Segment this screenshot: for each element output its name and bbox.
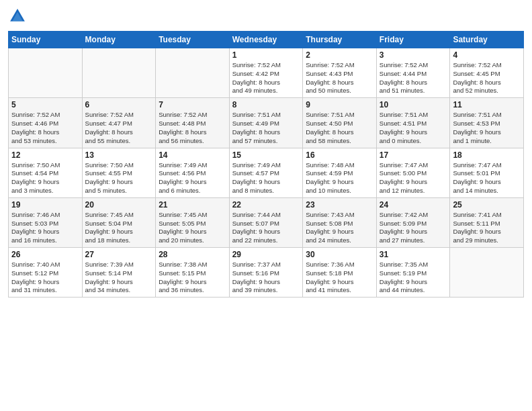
day-number: 26: [11, 250, 79, 259]
week-row-1: 1Sunrise: 7:52 AM Sunset: 4:42 PM Daylig…: [9, 48, 524, 98]
calendar-cell: [450, 248, 524, 298]
calendar-cell: 7Sunrise: 7:52 AM Sunset: 4:48 PM Daylig…: [156, 98, 230, 148]
day-info: Sunrise: 7:37 AM Sunset: 5:16 PM Dayligh…: [232, 261, 300, 295]
calendar-cell: 6Sunrise: 7:52 AM Sunset: 4:47 PM Daylig…: [82, 98, 156, 148]
day-info: Sunrise: 7:50 AM Sunset: 4:55 PM Dayligh…: [85, 161, 153, 195]
day-number: 10: [380, 100, 447, 109]
weekday-header-friday: Friday: [376, 32, 450, 48]
day-number: 31: [380, 250, 447, 259]
calendar: SundayMondayTuesdayWednesdayThursdayFrid…: [8, 31, 524, 298]
weekday-header-sunday: Sunday: [9, 32, 83, 48]
calendar-cell: 14Sunrise: 7:49 AM Sunset: 4:56 PM Dayli…: [156, 148, 230, 197]
day-number: 12: [11, 150, 79, 160]
day-number: 5: [11, 100, 79, 109]
week-row-3: 12Sunrise: 7:50 AM Sunset: 4:54 PM Dayli…: [9, 148, 524, 197]
day-number: 25: [453, 200, 521, 210]
day-number: 6: [85, 100, 153, 109]
day-info: Sunrise: 7:52 AM Sunset: 4:44 PM Dayligh…: [380, 61, 447, 95]
calendar-cell: 20Sunrise: 7:45 AM Sunset: 5:04 PM Dayli…: [82, 197, 156, 247]
day-number: 16: [306, 150, 373, 160]
calendar-cell: 19Sunrise: 7:46 AM Sunset: 5:03 PM Dayli…: [9, 197, 83, 247]
calendar-cell: 25Sunrise: 7:41 AM Sunset: 5:11 PM Dayli…: [450, 197, 524, 247]
day-info: Sunrise: 7:52 AM Sunset: 4:47 PM Dayligh…: [85, 111, 153, 145]
day-info: Sunrise: 7:51 AM Sunset: 4:49 PM Dayligh…: [232, 111, 300, 145]
calendar-cell: 30Sunrise: 7:36 AM Sunset: 5:18 PM Dayli…: [303, 248, 377, 298]
calendar-cell: 16Sunrise: 7:48 AM Sunset: 4:59 PM Dayli…: [303, 148, 377, 197]
day-info: Sunrise: 7:50 AM Sunset: 4:54 PM Dayligh…: [11, 161, 79, 195]
day-info: Sunrise: 7:48 AM Sunset: 4:59 PM Dayligh…: [306, 161, 373, 195]
calendar-cell: 11Sunrise: 7:51 AM Sunset: 4:53 PM Dayli…: [450, 98, 524, 148]
calendar-cell: [9, 48, 83, 98]
day-info: Sunrise: 7:51 AM Sunset: 4:51 PM Dayligh…: [380, 111, 447, 145]
calendar-cell: 12Sunrise: 7:50 AM Sunset: 4:54 PM Dayli…: [9, 148, 83, 197]
calendar-cell: [156, 48, 230, 98]
day-info: Sunrise: 7:40 AM Sunset: 5:12 PM Dayligh…: [11, 261, 79, 295]
day-info: Sunrise: 7:45 AM Sunset: 5:05 PM Dayligh…: [159, 211, 226, 245]
calendar-cell: 27Sunrise: 7:39 AM Sunset: 5:14 PM Dayli…: [82, 248, 156, 298]
day-number: 27: [85, 250, 153, 259]
calendar-cell: 31Sunrise: 7:35 AM Sunset: 5:19 PM Dayli…: [376, 248, 450, 298]
day-info: Sunrise: 7:46 AM Sunset: 5:03 PM Dayligh…: [11, 211, 79, 245]
day-info: Sunrise: 7:41 AM Sunset: 5:11 PM Dayligh…: [453, 211, 521, 245]
day-number: 7: [159, 100, 226, 109]
calendar-cell: 13Sunrise: 7:50 AM Sunset: 4:55 PM Dayli…: [82, 148, 156, 197]
day-info: Sunrise: 7:43 AM Sunset: 5:08 PM Dayligh…: [306, 211, 373, 245]
weekday-header-wednesday: Wednesday: [229, 32, 303, 48]
calendar-cell: 9Sunrise: 7:51 AM Sunset: 4:50 PM Daylig…: [303, 98, 377, 148]
calendar-cell: 4Sunrise: 7:52 AM Sunset: 4:45 PM Daylig…: [450, 48, 524, 98]
day-number: 11: [453, 100, 521, 109]
day-number: 15: [232, 150, 300, 160]
page: SundayMondayTuesdayWednesdayThursdayFrid…: [0, 0, 532, 411]
calendar-cell: 8Sunrise: 7:51 AM Sunset: 4:49 PM Daylig…: [229, 98, 303, 148]
header: [8, 7, 524, 26]
day-info: Sunrise: 7:36 AM Sunset: 5:18 PM Dayligh…: [306, 261, 373, 295]
day-number: 13: [85, 150, 153, 160]
day-number: 29: [232, 250, 300, 259]
day-info: Sunrise: 7:47 AM Sunset: 5:01 PM Dayligh…: [453, 161, 521, 195]
day-info: Sunrise: 7:44 AM Sunset: 5:07 PM Dayligh…: [232, 211, 300, 245]
calendar-cell: 15Sunrise: 7:49 AM Sunset: 4:57 PM Dayli…: [229, 148, 303, 197]
day-info: Sunrise: 7:49 AM Sunset: 4:57 PM Dayligh…: [232, 161, 300, 195]
weekday-header-row: SundayMondayTuesdayWednesdayThursdayFrid…: [9, 32, 524, 48]
day-info: Sunrise: 7:47 AM Sunset: 5:00 PM Dayligh…: [380, 161, 447, 195]
day-info: Sunrise: 7:51 AM Sunset: 4:53 PM Dayligh…: [453, 111, 521, 145]
logo: [8, 7, 30, 26]
calendar-cell: 29Sunrise: 7:37 AM Sunset: 5:16 PM Dayli…: [229, 248, 303, 298]
day-number: 28: [159, 250, 226, 259]
day-number: 9: [306, 100, 373, 109]
day-number: 23: [306, 200, 373, 210]
calendar-cell: 5Sunrise: 7:52 AM Sunset: 4:46 PM Daylig…: [9, 98, 83, 148]
calendar-cell: 23Sunrise: 7:43 AM Sunset: 5:08 PM Dayli…: [303, 197, 377, 247]
week-row-4: 19Sunrise: 7:46 AM Sunset: 5:03 PM Dayli…: [9, 197, 524, 247]
day-info: Sunrise: 7:45 AM Sunset: 5:04 PM Dayligh…: [85, 211, 153, 245]
day-number: 21: [159, 200, 226, 210]
day-number: 17: [380, 150, 447, 160]
calendar-cell: 28Sunrise: 7:38 AM Sunset: 5:15 PM Dayli…: [156, 248, 230, 298]
calendar-cell: 18Sunrise: 7:47 AM Sunset: 5:01 PM Dayli…: [450, 148, 524, 197]
day-number: 1: [232, 50, 300, 60]
day-info: Sunrise: 7:49 AM Sunset: 4:56 PM Dayligh…: [159, 161, 226, 195]
weekday-header-thursday: Thursday: [303, 32, 377, 48]
calendar-cell: 21Sunrise: 7:45 AM Sunset: 5:05 PM Dayli…: [156, 197, 230, 247]
day-info: Sunrise: 7:42 AM Sunset: 5:09 PM Dayligh…: [380, 211, 447, 245]
day-number: 8: [232, 100, 300, 109]
day-number: 30: [306, 250, 373, 259]
day-number: 19: [11, 200, 79, 210]
day-info: Sunrise: 7:52 AM Sunset: 4:43 PM Dayligh…: [306, 61, 373, 95]
day-info: Sunrise: 7:52 AM Sunset: 4:45 PM Dayligh…: [453, 61, 521, 95]
day-info: Sunrise: 7:51 AM Sunset: 4:50 PM Dayligh…: [306, 111, 373, 145]
day-number: 24: [380, 200, 447, 210]
day-number: 18: [453, 150, 521, 160]
calendar-cell: 26Sunrise: 7:40 AM Sunset: 5:12 PM Dayli…: [9, 248, 83, 298]
calendar-cell: 3Sunrise: 7:52 AM Sunset: 4:44 PM Daylig…: [376, 48, 450, 98]
day-info: Sunrise: 7:52 AM Sunset: 4:48 PM Dayligh…: [159, 111, 226, 145]
calendar-cell: 1Sunrise: 7:52 AM Sunset: 4:42 PM Daylig…: [229, 48, 303, 98]
calendar-cell: [82, 48, 156, 98]
calendar-cell: 10Sunrise: 7:51 AM Sunset: 4:51 PM Dayli…: [376, 98, 450, 148]
day-number: 3: [380, 50, 447, 60]
day-number: 20: [85, 200, 153, 210]
logo-icon: [8, 7, 27, 26]
day-info: Sunrise: 7:35 AM Sunset: 5:19 PM Dayligh…: [380, 261, 447, 295]
weekday-header-tuesday: Tuesday: [156, 32, 230, 48]
day-info: Sunrise: 7:52 AM Sunset: 4:42 PM Dayligh…: [232, 61, 300, 95]
